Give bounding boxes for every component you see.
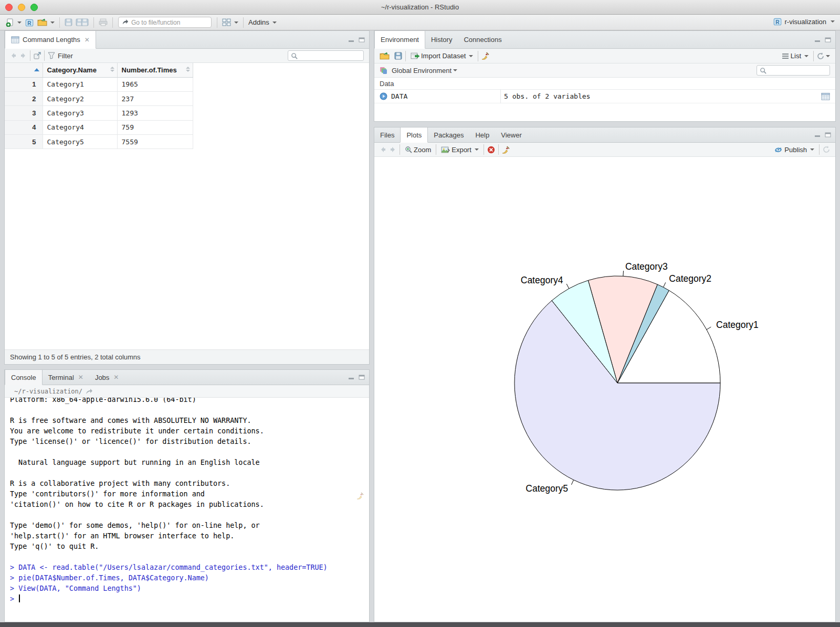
close-tab-icon[interactable]: ✕ — [78, 374, 83, 381]
load-workspace-icon[interactable] — [380, 52, 390, 60]
table-cell[interactable]: Category1 — [43, 77, 117, 91]
console-prompt: > — [10, 595, 18, 603]
environment-scope-selector[interactable]: Global Environment — [392, 67, 452, 75]
minimize-pane-icon[interactable] — [814, 37, 821, 42]
filter-button[interactable]: Filter — [58, 52, 73, 60]
table-row[interactable]: 1Category11965 — [5, 77, 193, 91]
clear-plots-broom-icon[interactable] — [502, 146, 510, 154]
table-cell[interactable]: Category4 — [43, 120, 117, 134]
table-cell[interactable]: 1 — [5, 77, 43, 91]
maximize-pane-icon[interactable] — [825, 132, 831, 137]
open-in-new-window-icon[interactable] — [34, 52, 41, 59]
column-header-category-name[interactable]: Category.Name — [43, 63, 117, 77]
data-viewer-search-input[interactable] — [300, 52, 381, 59]
table-cell[interactable]: 3 — [5, 106, 43, 120]
close-window-button[interactable] — [5, 4, 13, 11]
toolbar-separator — [93, 17, 94, 28]
view-data-grid-icon[interactable] — [821, 92, 830, 100]
tab-packages[interactable]: Packages — [428, 127, 469, 142]
filter-funnel-icon[interactable] — [48, 52, 55, 59]
console-output[interactable]: Platform: x86_64-apple-darwin15.6.0 (64-… — [5, 398, 369, 622]
expand-object-icon[interactable] — [380, 92, 387, 100]
new-file-button[interactable] — [4, 17, 23, 28]
import-dataset-button[interactable]: Import Dataset — [409, 51, 475, 61]
project-menu-button[interactable]: r-visualization — [773, 17, 835, 26]
tab-connections[interactable]: Connections — [458, 31, 507, 48]
table-row[interactable]: 3Category31293 — [5, 106, 193, 120]
table-cell[interactable]: 759 — [117, 120, 193, 134]
table-cell[interactable]: 1293 — [117, 106, 193, 120]
previous-plot-icon[interactable] — [380, 146, 386, 153]
save-all-button[interactable] — [74, 17, 90, 27]
goto-file-search[interactable] — [118, 17, 212, 28]
export-plot-button[interactable]: Export — [439, 145, 480, 155]
addins-button[interactable]: Addins — [247, 17, 278, 27]
sort-carets-icon — [186, 67, 190, 72]
tab-console[interactable]: Console — [5, 370, 43, 385]
goto-directory-icon[interactable] — [86, 388, 93, 395]
zoom-window-button[interactable] — [30, 4, 38, 11]
open-file-button[interactable] — [36, 17, 56, 27]
row-number-header[interactable] — [5, 63, 43, 77]
toolbar-separator — [30, 50, 30, 61]
nav-back-icon[interactable] — [10, 52, 16, 59]
table-cell[interactable]: 4 — [5, 120, 43, 134]
close-tab-icon[interactable]: ✕ — [85, 36, 90, 44]
table-row[interactable]: 2Category2237 — [5, 91, 193, 105]
tab-help[interactable]: Help — [469, 127, 495, 142]
table-cell[interactable]: 7559 — [117, 135, 193, 149]
refresh-plot-icon[interactable] — [823, 146, 830, 153]
zoom-plot-button[interactable]: Zoom — [403, 145, 433, 155]
print-button[interactable] — [97, 17, 109, 27]
publish-caret-icon — [810, 148, 814, 151]
save-workspace-icon[interactable] — [394, 52, 402, 60]
table-row[interactable]: 5Category57559 — [5, 135, 193, 149]
table-row[interactable]: 4Category4759 — [5, 120, 193, 134]
save-button[interactable] — [63, 17, 74, 27]
workspace-panes-button[interactable] — [220, 17, 240, 27]
column-header-number-of-times[interactable]: Number.of.Times — [117, 63, 193, 77]
remove-plot-icon[interactable] — [487, 146, 495, 154]
table-cell[interactable]: 237 — [117, 91, 193, 105]
environment-search[interactable] — [757, 65, 830, 76]
console-output-line: 'help.start()' for an HTML browser inter… — [10, 531, 369, 541]
minimize-pane-icon[interactable] — [348, 375, 354, 380]
next-plot-icon[interactable] — [390, 146, 396, 153]
tab-plots[interactable]: Plots — [400, 127, 428, 143]
window-controls — [5, 4, 38, 11]
tab-command-lengths[interactable]: Command Lengths ✕ — [5, 31, 96, 49]
table-cell[interactable]: 5 — [5, 135, 43, 149]
plot-canvas: Category1Category2Category3Category4Cate… — [374, 157, 835, 622]
tab-jobs[interactable]: Jobs✕ — [89, 370, 125, 385]
new-project-button[interactable] — [23, 17, 36, 28]
minimize-window-button[interactable] — [18, 4, 25, 11]
tab-environment[interactable]: Environment — [374, 31, 425, 49]
console-cursor[interactable] — [19, 594, 20, 602]
minimize-pane-icon[interactable] — [814, 132, 821, 137]
maximize-pane-icon[interactable] — [825, 37, 831, 42]
table-cell[interactable]: 1965 — [117, 77, 193, 91]
environment-view-mode-button[interactable]: List — [780, 51, 810, 61]
close-tab-icon[interactable]: ✕ — [113, 374, 119, 381]
tab-files[interactable]: Files — [374, 127, 400, 142]
maximize-pane-icon[interactable] — [359, 375, 365, 380]
publish-plot-button[interactable]: Publish — [772, 145, 816, 155]
data-viewer-search[interactable] — [288, 50, 364, 61]
nav-forward-icon[interactable] — [20, 52, 27, 59]
tab-history[interactable]: History — [425, 31, 458, 48]
table-cell[interactable]: Category5 — [43, 135, 117, 149]
table-cell[interactable]: Category2 — [43, 91, 117, 105]
environment-object-row[interactable]: DATA 5 obs. of 2 variables — [374, 90, 835, 103]
environment-search-input[interactable] — [769, 67, 840, 74]
tab-viewer[interactable]: Viewer — [495, 127, 528, 142]
tab-terminal[interactable]: Terminal✕ — [43, 370, 89, 385]
console-output-line: Type 'q()' to quit R. — [10, 541, 369, 552]
clear-environment-broom-icon[interactable] — [481, 52, 489, 60]
maximize-pane-icon[interactable] — [359, 37, 365, 42]
minimize-pane-icon[interactable] — [348, 37, 354, 42]
goto-file-input[interactable] — [131, 19, 208, 26]
refresh-environment-icon[interactable] — [817, 52, 824, 60]
console-input-line: > — [10, 594, 369, 604]
table-cell[interactable]: 2 — [5, 91, 43, 105]
table-cell[interactable]: Category3 — [43, 106, 117, 120]
